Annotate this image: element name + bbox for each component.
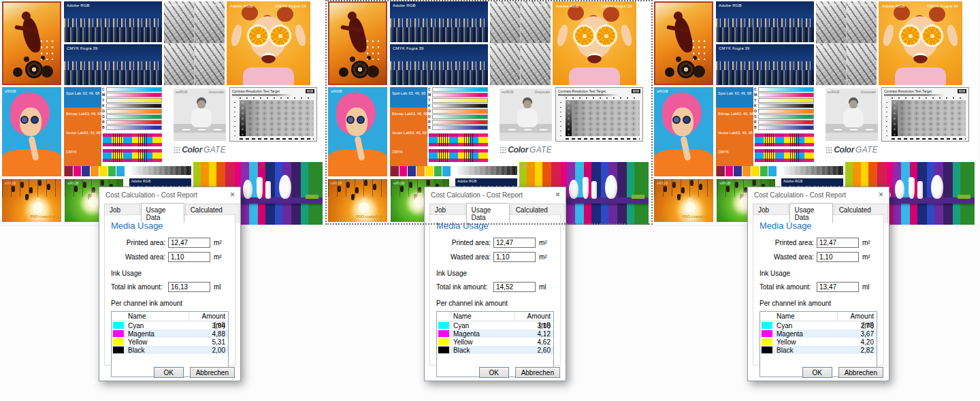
girl-hand (293, 24, 307, 47)
channel-amount: 2,00 (189, 347, 228, 354)
colorspace-label: sRGB (657, 181, 668, 185)
girl-mouth (261, 53, 276, 63)
dialog-title-bar[interactable]: Cost Calculation - Cost Report × (748, 187, 889, 202)
girl-dress (895, 67, 946, 85)
table-row-yellow[interactable]: Yellow 5,31 (112, 338, 228, 346)
gradient-bar (758, 103, 814, 108)
channel-amount: 4,88 (189, 330, 228, 338)
orange-slices-girl-image: Adobe RGB CMYK Fogra 39 (879, 1, 962, 85)
ink-usage-heading: Ink Usage (111, 270, 229, 277)
bulb-sockets (74, 186, 78, 192)
gradient-bar (758, 120, 814, 125)
color-swatch (116, 166, 125, 176)
vase (257, 177, 263, 199)
wasted-area-label: Wasted area: (760, 253, 814, 261)
per-channel-label: Per channel ink amount (760, 300, 877, 307)
wasted-area-input[interactable] (168, 252, 210, 262)
channel-amount: 3,18 (514, 322, 553, 330)
target-title: Contrast-Resolution Test Target (232, 89, 280, 93)
colorspace-label: sRGB (67, 181, 79, 185)
table-row-black[interactable]: Black 2,00 (112, 346, 228, 354)
channel-amount: 2,78 (837, 322, 877, 330)
channel-amount: 2,60 (514, 347, 553, 354)
greyscale-woman-image: eciRGB Greyscale (826, 89, 878, 141)
cancel-button[interactable]: Abbrechen (838, 367, 883, 378)
cancel-button[interactable]: Abbrechen (515, 367, 560, 378)
channel-gradient-bars: C M Y K O G R B (754, 87, 814, 130)
overprint-pattern-strip (755, 149, 814, 162)
gradient-bar (106, 114, 162, 119)
dancer-poster-image (2, 1, 61, 85)
profile-label: PSO coated v3 (30, 214, 56, 219)
total-ink-input[interactable] (168, 282, 210, 292)
printed-area-input[interactable] (817, 238, 859, 248)
target-subtitle-line (232, 94, 293, 96)
tab-usage-data[interactable]: Usage Data (141, 203, 184, 223)
spot-lab-color-column: Spot Lab 63, 49, 68 Bitmap Lab 63, 49, 6… (716, 87, 753, 176)
usage-data-panel: Media Usage Printed area: m² Wasted area… (104, 214, 235, 366)
dialog-title-bar[interactable]: Cost Calculation - Cost Report × (99, 187, 240, 202)
girl-hand (881, 24, 895, 47)
line-cluster (113, 149, 122, 162)
target-grid (892, 100, 966, 136)
line-cluster (790, 149, 800, 162)
channel-amount: 4,12 (514, 330, 553, 338)
spot-lab-values: 63, 49, 68 (83, 91, 99, 95)
colorspace-label: CMYK Fogra 39 (67, 46, 98, 50)
channel-name: Magenta (125, 330, 189, 338)
channel-name: Yellow (774, 338, 837, 346)
cmyk-label: CMYK (66, 150, 77, 154)
close-icon[interactable]: × (230, 190, 235, 199)
table-row-yellow[interactable]: Yellow 4,20 (760, 338, 877, 346)
channel-name: Black (774, 347, 837, 354)
colorspace-label: CMYK Fogra 39 (927, 4, 958, 8)
gradient-bar (106, 109, 162, 114)
plate (212, 128, 223, 131)
printed-area-input[interactable] (493, 238, 536, 248)
total-ink-input[interactable] (817, 282, 859, 292)
channel-swatch (762, 322, 772, 329)
table-row-black[interactable]: Black 2,82 (760, 346, 877, 354)
wasted-area-input[interactable] (817, 252, 859, 262)
woman-dress (191, 108, 212, 127)
line-cluster (790, 133, 800, 146)
application-canvas: Adobe RGB CMYK Fogra 39 Adobe RGB CMYK F… (0, 0, 980, 401)
channel-swatch (113, 322, 124, 329)
colorspace-label: Adobe RGB (230, 4, 253, 8)
vase (265, 181, 271, 199)
area-unit: m² (539, 253, 547, 261)
table-row-magenta[interactable]: Magenta 4,12 (437, 330, 553, 338)
channel-amount: 2,82 (837, 347, 877, 354)
colorspace-label: CMY (166, 46, 174, 49)
total-ink-input[interactable] (493, 282, 536, 292)
lightbulbs-orange-image: sRGB PSO coated v3 (654, 179, 713, 222)
table-row-cyan[interactable]: Cyan 2,78 (760, 321, 877, 330)
barcode-block (958, 89, 966, 93)
table-row-cyan[interactable]: Cyan 3,94 (112, 321, 228, 330)
bulb-sockets (664, 186, 667, 192)
printed-area-input[interactable] (168, 238, 210, 248)
boats-quadrant (816, 1, 846, 43)
vase (279, 175, 291, 199)
channel-swatch (113, 338, 124, 345)
table-row-magenta[interactable]: Magenta 3,67 (760, 330, 877, 338)
ok-button[interactable]: OK (479, 367, 509, 378)
profile-label: PSO coated v3 (682, 214, 708, 219)
table-row-black[interactable]: Black 2,60 (437, 346, 553, 354)
shelf-end-green (958, 195, 970, 199)
wasted-area-input[interactable] (493, 252, 536, 262)
close-icon[interactable]: × (879, 190, 883, 199)
channel-gradient-bars: C M Y K O G R B (102, 87, 162, 130)
table-row-magenta[interactable]: Magenta 4,88 (112, 330, 228, 338)
table-row-cyan[interactable]: Cyan 3,18 (437, 321, 553, 330)
colorspace-label: CMYK Fogra 39 (275, 4, 306, 8)
ok-button[interactable]: OK (154, 367, 184, 378)
ok-button[interactable]: OK (802, 367, 832, 378)
table-row-yellow[interactable]: Yellow 4,62 (437, 338, 553, 346)
channel-swatch (113, 347, 124, 353)
colorspace-label: CMYK Fogra 39 (847, 3, 873, 7)
cancel-button[interactable]: Abbrechen (190, 367, 235, 378)
greyscale-woman-image: eciRGB Greyscale (174, 89, 226, 141)
skyline-buildings (716, 61, 814, 70)
tab-usage-data[interactable]: Usage Data (789, 203, 833, 223)
